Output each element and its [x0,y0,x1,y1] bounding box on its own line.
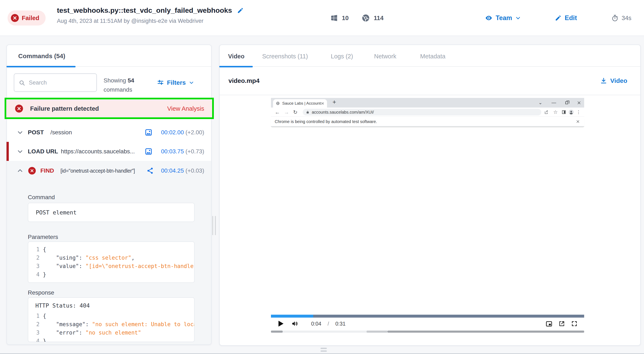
media-panel: Video Screenshots (11) Logs (2) Network … [219,44,641,346]
failure-banner-highlight: Failure pattern detected View Analysis [4,98,214,119]
chevron-down-icon[interactable] [17,129,23,136]
forward-icon: → [284,109,289,115]
stopwatch-icon [611,14,618,22]
showing-count-label: Showing 54 commands [104,76,134,94]
browser-version: 114 [374,15,384,22]
open-external-icon[interactable] [559,320,565,327]
automation-infobar: Chrome is being controlled by automated … [271,117,584,127]
tab-metadata[interactable]: Metadata [420,53,446,60]
test-duration: 34s [611,0,632,36]
visibility-eye-icon [485,14,492,22]
share-icon[interactable] [147,167,154,174]
parameters-code-box: 1{2 "using": "css selector",3 "value": "… [28,242,194,283]
time-separator: / [328,321,329,327]
scrollbar-thumb[interactable] [388,330,584,333]
response-section-label: Response [28,289,54,296]
picture-in-picture-icon[interactable] [546,320,552,327]
video-time: 0:04 / 0:31 [311,321,346,327]
lock-icon [306,111,309,114]
chevron-down-icon [515,15,521,21]
scrollbar-thumb[interactable] [271,330,283,333]
chevron-down-icon [189,80,194,85]
filter-sliders-icon [157,79,164,86]
scrollbar-thumb[interactable] [366,330,388,333]
browser-tabstrip: Sauce Labs | Accounts + ⌄ — [271,98,584,108]
filters-label: Filters [167,79,186,86]
play-button[interactable] [278,321,284,326]
video-controls: 0:04 / 0:31 [271,318,584,330]
tab-close-icon [321,102,324,105]
window-close-icon [577,101,581,104]
video-file-row: video.mp4 Video [220,67,640,95]
view-analysis-link[interactable]: View Analysis [167,105,204,112]
total-time: 0:31 [336,321,346,327]
screenshot-icon[interactable] [145,129,152,136]
search-icon [19,80,25,86]
new-tab-icon: + [332,98,336,106]
tab-network[interactable]: Network [374,53,396,60]
command-value-box: POST element [28,203,194,222]
os-version: 10 [342,15,348,22]
response-code-lines: 1{2 "message": "no such element: Unable … [28,312,194,342]
chevron-up-icon[interactable] [17,168,23,174]
command-timing: 00:02.00 (+2.00) [161,129,204,136]
window-menu-chevron-icon: ⌄ [538,100,542,106]
command-target: [id="onetrust-accept-btn-handler"] [60,168,135,174]
platform-info: 10 114 [330,0,384,36]
tab-screenshots[interactable]: Screenshots (11) [262,53,308,60]
command-method: POST [28,129,44,136]
browser-menu-kebab-icon: ⋮ [576,110,581,115]
current-command-indicator [6,142,9,161]
search-input[interactable] [28,75,94,90]
horizontal-scrollbar[interactable] [271,330,584,333]
download-label: Video [610,77,627,84]
screenshot-icon[interactable] [145,148,152,155]
chevron-down-icon[interactable] [17,148,23,154]
globe-favicon [276,102,280,105]
filters-dropdown[interactable]: Filters [157,74,194,92]
error-icon [15,104,23,112]
test-header: Failed test_webhooks.py::test_vdc_only_f… [0,0,644,36]
share-page-icon [544,110,549,114]
commands-panel-tabs: Commands (54) [7,45,211,67]
command-row-load-url[interactable]: LOAD URL https://accounts.saucelabs... 0… [7,142,211,161]
pencil-icon [555,15,562,21]
http-status: HTTP Status: 404 [35,302,194,309]
response-code-box: HTTP Status: 404 1{2 "message": "no such… [28,297,194,342]
back-icon: ← [275,109,280,115]
rename-icon[interactable] [237,7,244,14]
tab-logs[interactable]: Logs (2) [331,53,353,60]
command-target: https://accounts.saucelabs... [61,148,135,155]
reload-icon: ↻ [293,109,298,115]
side-panel-icon [562,110,566,114]
failed-icon [11,14,19,22]
video-progress-fill [271,315,313,318]
command-row-find-failed[interactable]: FIND [id="onetrust-accept-btn-handler"] … [7,161,211,180]
command-target: /session [50,129,72,136]
command-row-post-session[interactable]: POST /session 00:02.00 (+2.00) [7,123,211,142]
video-progress-bar[interactable] [271,315,584,318]
bottom-resize-handle[interactable] [320,348,327,352]
chrome-icon [362,14,370,22]
tab-video[interactable]: Video [228,53,244,60]
tab-commands[interactable]: Commands (54) [18,52,65,60]
address-bar: accounts.saucelabs.com/am/XUI/ [303,109,541,116]
fullscreen-icon[interactable] [571,320,578,327]
download-video-button[interactable]: Video [600,77,627,84]
team-dropdown[interactable]: Team [485,0,521,36]
error-icon [28,167,36,174]
team-label: Team [496,14,512,22]
panel-resize-handle[interactable] [212,216,217,235]
volume-icon[interactable] [292,320,298,327]
command-method: LOAD URL [28,148,58,155]
browser-tab-title: Sauce Labs | Accounts [282,101,321,106]
current-time: 0:04 [311,321,321,327]
command-section-label: Command [28,194,55,201]
video-player: Sauce Labs | Accounts + ⌄ — [271,98,584,333]
video-frame: Sauce Labs | Accounts + ⌄ — [271,98,584,315]
failure-banner-text: Failure pattern detected [30,105,99,112]
browser-toolbar: ← → ↻ accounts.saucelabs.com/am/XUI/ [271,108,584,117]
download-icon [600,78,607,84]
edit-button[interactable]: Edit [555,0,577,36]
window-controls: ⌄ — [538,98,581,108]
